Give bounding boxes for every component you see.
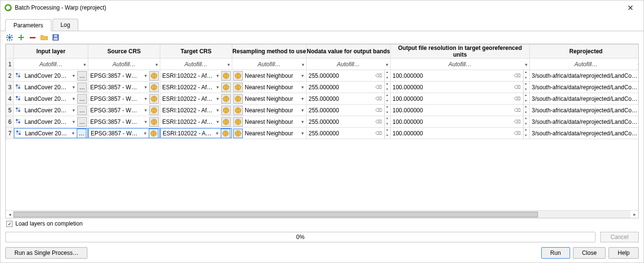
- target-crs-cell[interactable]: ESRI:102022 - Afri…▾: [160, 116, 232, 127]
- clear-icon[interactable]: ⌫: [513, 96, 522, 101]
- reprojected-cell[interactable]: 3/south-africa/data/reprojected/LandCove…: [530, 105, 638, 116]
- resolution-spinner[interactable]: ▴▾: [523, 105, 528, 116]
- source-crs-select-button[interactable]: [149, 83, 159, 92]
- header-resolution[interactable]: Output file resolution in target georefe…: [391, 45, 530, 59]
- spin-down-icon[interactable]: ▾: [524, 133, 528, 139]
- scroll-track[interactable]: [13, 211, 631, 218]
- clear-icon[interactable]: ⌫: [374, 96, 383, 101]
- spin-up-icon[interactable]: ▴: [524, 93, 528, 99]
- load-layers-checkbox[interactable]: ✓: [6, 221, 12, 227]
- resolution-cell[interactable]: ⌫▴▾: [391, 105, 529, 116]
- spin-down-icon[interactable]: ▾: [524, 87, 528, 93]
- target-crs-cell[interactable]: ESRI:102022 - Afri…▾: [160, 93, 232, 104]
- target-crs-select-button[interactable]: [221, 71, 231, 81]
- input-layer-cell[interactable]: LandCover 20…▾…: [14, 105, 88, 116]
- input-layer-browse-button[interactable]: …: [77, 106, 87, 115]
- target-crs-cell[interactable]: ESRI:102022 - Afri…▾: [160, 70, 232, 81]
- resolution-input[interactable]: [392, 118, 512, 126]
- clear-icon[interactable]: ⌫: [513, 131, 522, 136]
- save-button[interactable]: [51, 33, 60, 42]
- autofill-nodata[interactable]: Autofill…▾: [307, 59, 391, 70]
- spin-up-icon[interactable]: ▴: [385, 116, 389, 122]
- clear-icon[interactable]: ⌫: [374, 119, 383, 124]
- source-crs-cell[interactable]: EPSG:3857 - WGS…▾: [88, 105, 160, 116]
- clear-icon[interactable]: ⌫: [374, 108, 383, 113]
- resolution-spinner[interactable]: ▴▾: [523, 116, 528, 127]
- spin-down-icon[interactable]: ▾: [385, 133, 389, 139]
- target-crs-select-button[interactable]: [221, 117, 231, 127]
- resampling-config-button[interactable]: [233, 94, 243, 104]
- resolution-input[interactable]: [392, 72, 512, 80]
- input-layer-browse-button[interactable]: …: [77, 83, 87, 92]
- input-layer-browse-button[interactable]: …: [77, 71, 87, 81]
- spin-up-icon[interactable]: ▴: [524, 116, 528, 122]
- header-resampling[interactable]: Resampling method to use: [232, 45, 307, 59]
- source-crs-cell[interactable]: EPSG:3857 - WGS…▾: [88, 82, 160, 93]
- scroll-left-button[interactable]: ◂: [6, 212, 13, 217]
- target-crs-cell[interactable]: ESRI:102022 - Afri…▾: [160, 82, 232, 93]
- clear-icon[interactable]: ⌫: [374, 84, 383, 90]
- input-layer-browse-button[interactable]: …: [77, 117, 87, 127]
- resampling-cell[interactable]: Nearest Neighbour▾: [232, 128, 306, 139]
- resolution-input[interactable]: [392, 95, 512, 103]
- batch-table-scroll[interactable]: Input layer Source CRS Target CRS Resamp…: [6, 44, 638, 210]
- spin-down-icon[interactable]: ▾: [524, 122, 528, 128]
- input-layer-cell[interactable]: LandCover 20…▾…: [14, 128, 88, 138]
- nodata-input[interactable]: [308, 95, 373, 103]
- nodata-cell[interactable]: ⌫▴▾: [307, 105, 390, 116]
- resolution-spinner[interactable]: ▴▾: [523, 82, 528, 93]
- target-crs-select-button[interactable]: [221, 129, 230, 138]
- nodata-input[interactable]: [308, 72, 373, 80]
- clear-icon[interactable]: ⌫: [374, 131, 383, 136]
- nodata-cell[interactable]: ⌫▴▾: [307, 116, 390, 127]
- spin-up-icon[interactable]: ▴: [524, 82, 528, 87]
- target-crs-select-button[interactable]: [221, 94, 231, 104]
- nodata-input[interactable]: [308, 107, 373, 114]
- horizontal-scrollbar[interactable]: ◂ ▸: [6, 210, 638, 218]
- spin-up-icon[interactable]: ▴: [385, 93, 389, 99]
- spin-down-icon[interactable]: ▾: [385, 76, 389, 82]
- clear-icon[interactable]: ⌫: [513, 119, 522, 124]
- source-crs-select-button[interactable]: [149, 106, 159, 115]
- clear-icon[interactable]: ⌫: [513, 108, 522, 113]
- resampling-cell[interactable]: Nearest Neighbour▾: [232, 82, 306, 93]
- target-crs-cell[interactable]: ESRI:102022 - Afri…▾: [160, 128, 232, 138]
- header-input-layer[interactable]: Input layer: [14, 45, 88, 59]
- advanced-icon[interactable]: [5, 33, 14, 42]
- spin-down-icon[interactable]: ▾: [524, 110, 528, 116]
- resampling-cell[interactable]: Nearest Neighbour▾: [232, 70, 306, 81]
- clear-icon[interactable]: ⌫: [513, 73, 522, 78]
- target-crs-select-button[interactable]: [221, 83, 231, 92]
- clear-icon[interactable]: ⌫: [513, 84, 522, 90]
- nodata-input[interactable]: [308, 84, 373, 91]
- input-layer-browse-button[interactable]: …: [77, 129, 86, 138]
- source-crs-cell[interactable]: EPSG:3857 - WGS…▾: [88, 128, 160, 138]
- spin-up-icon[interactable]: ▴: [524, 105, 528, 110]
- header-nodata[interactable]: Nodata value for output bands: [307, 45, 391, 59]
- reprojected-cell[interactable]: 3/south-africa/data/reprojected/LandCove…: [530, 128, 638, 139]
- autofill-resolution[interactable]: Autofill…▾: [391, 59, 530, 70]
- resolution-spinner[interactable]: ▴▾: [523, 93, 528, 104]
- spin-down-icon[interactable]: ▾: [385, 87, 389, 93]
- add-row-button[interactable]: [17, 33, 25, 42]
- resolution-spinner[interactable]: ▴▾: [523, 128, 528, 139]
- source-crs-cell[interactable]: EPSG:3857 - WGS…▾: [88, 70, 160, 81]
- nodata-spinner[interactable]: ▴▾: [384, 116, 389, 127]
- autofill-resampling[interactable]: Autofill…▾: [232, 59, 307, 70]
- resampling-config-button[interactable]: [233, 129, 243, 138]
- spin-down-icon[interactable]: ▾: [385, 122, 389, 128]
- spin-up-icon[interactable]: ▴: [524, 128, 528, 133]
- nodata-spinner[interactable]: ▴▾: [384, 82, 389, 93]
- nodata-input[interactable]: [308, 118, 373, 126]
- autofill-input-layer[interactable]: Autofill…▾: [14, 59, 88, 70]
- resolution-cell[interactable]: ⌫▴▾: [391, 82, 529, 93]
- resolution-cell[interactable]: ⌫▴▾: [391, 116, 529, 127]
- resampling-cell[interactable]: Nearest Neighbour▾: [232, 93, 306, 104]
- reprojected-cell[interactable]: 3/south-africa/data/reprojected/LandCove…: [530, 70, 638, 81]
- nodata-cell[interactable]: ⌫▴▾: [307, 70, 390, 81]
- spin-down-icon[interactable]: ▾: [524, 76, 528, 82]
- tab-log[interactable]: Log: [52, 19, 78, 31]
- reprojected-cell[interactable]: 3/south-africa/data/reprojected/LandCove…: [530, 116, 638, 127]
- scroll-thumb[interactable]: [13, 212, 538, 217]
- source-crs-select-button[interactable]: [149, 94, 159, 104]
